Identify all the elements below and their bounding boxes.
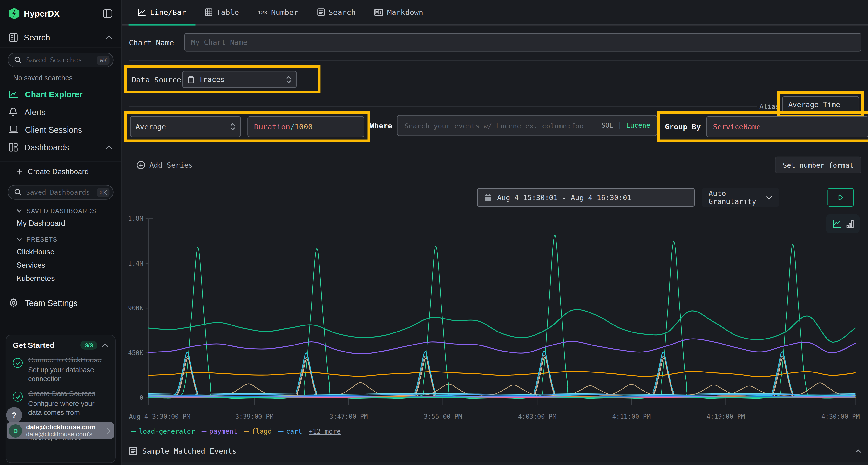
set-number-format-button[interactable]: Set number format (775, 157, 861, 173)
data-source-value: Traces (199, 75, 282, 84)
kbd-shortcut: ⌘K (97, 188, 110, 197)
tab-line-bar[interactable]: Line/Bar (128, 0, 195, 26)
legend-swatch (202, 431, 207, 432)
legend-item-cart[interactable]: cart (278, 428, 302, 435)
data-source-select[interactable]: Traces (182, 71, 297, 88)
user-team: dale@clickhouse.com's (26, 431, 103, 438)
create-dashboard-button[interactable]: Create Dashboard (0, 162, 121, 177)
tab-search[interactable]: Search (308, 0, 365, 26)
brand-name: HyperDX (24, 9, 60, 18)
chevron-up-icon[interactable] (106, 145, 113, 149)
aggregation-value: Average (136, 123, 226, 131)
sql-mode-toggle[interactable]: SQL (601, 122, 613, 129)
tab-label: Line/Bar (150, 8, 186, 16)
timeseries-chart[interactable]: 0450K900K1.4M1.8MAug 4 3:30:00 PM3:39:00… (127, 211, 864, 428)
sidebar-item-client-sessions[interactable]: Client Sessions (0, 121, 121, 138)
series-flagd (148, 371, 855, 377)
get-started-step-1[interactable]: Connect to ClickHouse Set up your databa… (13, 356, 108, 383)
aggregation-annotation-box: Average Duration/1000 (124, 111, 370, 142)
get-started-step-2[interactable]: Create Data Sources Configure where your… (13, 389, 108, 417)
expression-operator: / (290, 122, 294, 131)
chevron-up-icon[interactable] (855, 449, 861, 453)
date-range-input[interactable]: Aug 4 15:30:01 - Aug 4 16:30:01 (477, 188, 695, 207)
chevron-up-icon[interactable] (102, 343, 108, 347)
search-section-header[interactable]: Search (0, 25, 121, 47)
mode-divider: | (618, 122, 622, 129)
sidebar-item-services[interactable]: Services (0, 257, 121, 271)
database-icon (188, 75, 194, 83)
team-settings-label: Team Settings (25, 298, 78, 308)
search-section-icon (9, 33, 18, 42)
app-window: HyperDX Search Saved Searches ⌘K No save… (0, 0, 868, 465)
check-circle-icon (13, 392, 23, 402)
tab-table[interactable]: Table (195, 0, 249, 26)
user-account-menu[interactable]: D dale@clickhouse.com dale@clickhouse.co… (7, 422, 114, 439)
presets-group-header[interactable]: PRESETS (0, 228, 121, 244)
step-description: Set up your database connection (28, 366, 108, 383)
expression-field: Duration (254, 122, 290, 131)
sidebar-item-team-settings[interactable]: Team Settings (0, 284, 121, 308)
main-content: Line/Bar Table 123 Number Search (122, 0, 868, 465)
chart-type-tabs: Line/Bar Table 123 Number Search (122, 0, 868, 26)
lucene-mode-toggle[interactable]: Lucene (626, 122, 650, 129)
legend-item-load-generator[interactable]: load-generator (131, 428, 195, 435)
where-input[interactable] (403, 121, 597, 130)
chart-explorer-icon (9, 90, 18, 98)
calendar-icon (485, 194, 492, 201)
events-table-header: Timestamp (Local) service level duration… (122, 462, 868, 465)
divider (129, 106, 757, 107)
sidebar-item-alerts[interactable]: Alerts (0, 103, 121, 121)
home-link[interactable]: HyperDX (9, 8, 60, 19)
legend-more-link[interactable]: +12 more (309, 428, 341, 435)
plus-circle-icon (137, 161, 145, 169)
group-title: PRESETS (27, 236, 57, 243)
data-source-annotation-box: Data Source Traces (124, 65, 320, 94)
x-tick-label: 3:39:00 PM (235, 413, 274, 420)
tab-label: Table (217, 8, 239, 16)
help-button[interactable]: ? (6, 407, 22, 423)
alias-label: Alias (760, 103, 779, 110)
field-expression-input[interactable]: Duration/1000 (247, 116, 364, 137)
chart-name-input[interactable] (184, 33, 862, 52)
granularity-select[interactable]: Auto Granularity (702, 188, 779, 207)
collapse-sidebar-icon[interactable] (103, 9, 112, 18)
sample-matched-events-header[interactable]: Sample Matched Events (129, 443, 862, 458)
step-title: Connect to ClickHouse (28, 356, 108, 365)
sidebar-item-kubernetes[interactable]: Kubernetes (0, 271, 121, 284)
tab-markdown[interactable]: Markdown (365, 0, 433, 26)
query-controls-zone: Alias Average Time Average Duration/1000 (122, 95, 868, 153)
legend-swatch (278, 431, 283, 432)
legend-item-flagd[interactable]: flagd (244, 428, 272, 435)
user-email: dale@clickhouse.com (26, 424, 103, 431)
sidebar-item-dashboards[interactable]: Dashboards (0, 138, 121, 156)
where-input-wrap: SQL | Lucene (397, 115, 657, 136)
series-series-tan-spike (148, 357, 855, 397)
legend-swatch (131, 431, 136, 432)
search-section-label: Search (24, 33, 50, 42)
tab-number[interactable]: 123 Number (248, 0, 308, 26)
chevron-down-icon (17, 209, 22, 212)
alias-input[interactable]: Average Time (782, 96, 859, 113)
sidebar-item-clickhouse[interactable]: ClickHouse (0, 244, 121, 257)
select-chevrons-icon (286, 75, 291, 83)
saved-dashboards-input[interactable]: Saved Dashboards ⌘K (8, 185, 114, 200)
divider (129, 60, 868, 61)
legend-item-payment[interactable]: payment (202, 428, 237, 435)
y-tick-label: 1.8M (128, 215, 144, 222)
tab-label: Markdown (387, 8, 423, 16)
run-query-button[interactable] (828, 188, 854, 207)
group-by-input[interactable]: ServiceName (707, 116, 868, 137)
aggregation-select[interactable]: Average (130, 116, 241, 137)
chevron-up-icon[interactable] (106, 35, 113, 39)
y-tick-label: 450K (128, 349, 144, 357)
add-series-button[interactable]: Add Series (129, 161, 193, 169)
step-title: Create Data Sources (28, 389, 108, 398)
saved-dashboards-group-header[interactable]: SAVED DASHBOARDS (0, 200, 121, 215)
sidebar-item-label: Client Sessions (25, 125, 82, 134)
saved-searches-input[interactable]: Saved Searches ⌘K (8, 53, 114, 67)
data-source-row: Data Source Traces (122, 65, 868, 93)
where-label: Where (370, 121, 392, 130)
sidebar-item-chart-explorer[interactable]: Chart Explorer (0, 85, 121, 103)
sidebar-item-my-dashboard[interactable]: My Dashboard (0, 215, 121, 228)
bell-icon (9, 107, 18, 117)
